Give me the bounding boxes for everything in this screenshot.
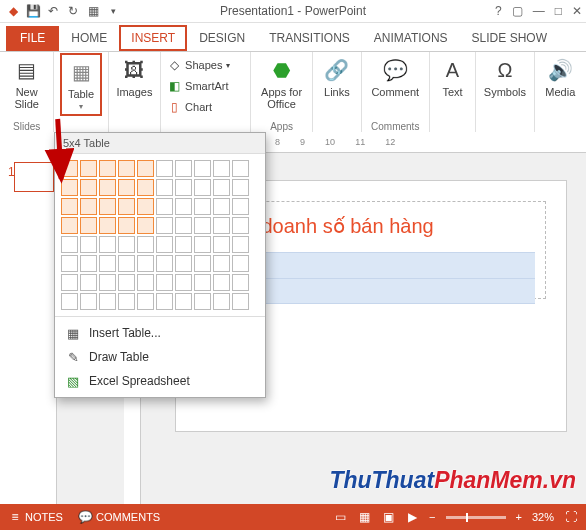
redo-icon[interactable]: ↻ [66, 4, 80, 18]
shapes-button[interactable]: ◇Shapes▾ [167, 58, 230, 72]
grid-cell[interactable] [99, 217, 116, 234]
grid-cell[interactable] [137, 160, 154, 177]
chart-button[interactable]: ▯Chart [167, 100, 230, 114]
grid-cell[interactable] [156, 217, 173, 234]
draw-table-item[interactable]: ✎ Draw Table [55, 345, 265, 369]
grid-cell[interactable] [118, 217, 135, 234]
grid-cell[interactable] [137, 255, 154, 272]
grid-cell[interactable] [118, 179, 135, 196]
grid-cell[interactable] [61, 293, 78, 310]
grid-cell[interactable] [99, 293, 116, 310]
grid-cell[interactable] [232, 255, 249, 272]
new-slide-button[interactable]: ▤ New Slide [6, 56, 47, 110]
symbols-button[interactable]: Ω Symbols [484, 56, 526, 98]
fit-to-window-icon[interactable]: ⛶ [564, 510, 578, 524]
undo-icon[interactable]: ↶ [46, 4, 60, 18]
grid-cell[interactable] [118, 236, 135, 253]
smartart-button[interactable]: ◧SmartArt [167, 79, 230, 93]
grid-cell[interactable] [137, 293, 154, 310]
grid-cell[interactable] [213, 160, 230, 177]
grid-cell[interactable] [99, 274, 116, 291]
grid-cell[interactable] [156, 198, 173, 215]
grid-cell[interactable] [137, 198, 154, 215]
grid-cell[interactable] [99, 160, 116, 177]
grid-cell[interactable] [80, 274, 97, 291]
grid-cell[interactable] [61, 274, 78, 291]
qat-customize-icon[interactable]: ▾ [106, 4, 120, 18]
tab-insert[interactable]: INSERT [119, 25, 187, 51]
comment-button[interactable]: 💬 Comment [371, 56, 419, 98]
grid-cell[interactable] [156, 160, 173, 177]
grid-cell[interactable] [118, 293, 135, 310]
text-button[interactable]: A Text [439, 56, 467, 98]
grid-cell[interactable] [232, 293, 249, 310]
grid-cell[interactable] [194, 198, 211, 215]
grid-cell[interactable] [137, 274, 154, 291]
grid-cell[interactable] [118, 274, 135, 291]
view-sorter-icon[interactable]: ▦ [357, 510, 371, 524]
images-button[interactable]: 🖼 Images [116, 56, 152, 98]
grid-cell[interactable] [61, 217, 78, 234]
zoom-in-button[interactable]: + [516, 511, 522, 523]
grid-cell[interactable] [175, 236, 192, 253]
tab-file[interactable]: FILE [6, 26, 59, 51]
grid-cell[interactable] [80, 217, 97, 234]
save-icon[interactable]: 💾 [26, 4, 40, 18]
view-normal-icon[interactable]: ▭ [333, 510, 347, 524]
grid-cell[interactable] [61, 198, 78, 215]
grid-cell[interactable] [213, 293, 230, 310]
grid-cell[interactable] [213, 198, 230, 215]
grid-cell[interactable] [61, 255, 78, 272]
grid-cell[interactable] [175, 217, 192, 234]
grid-cell[interactable] [61, 236, 78, 253]
grid-cell[interactable] [137, 217, 154, 234]
grid-cell[interactable] [118, 255, 135, 272]
grid-cell[interactable] [175, 160, 192, 177]
grid-cell[interactable] [156, 274, 173, 291]
minimize-icon[interactable]: — [533, 4, 545, 18]
grid-cell[interactable] [213, 274, 230, 291]
grid-cell[interactable] [80, 255, 97, 272]
grid-cell[interactable] [232, 236, 249, 253]
links-button[interactable]: 🔗 Links [323, 56, 351, 98]
zoom-slider[interactable] [446, 516, 506, 519]
table-size-grid[interactable] [55, 154, 265, 316]
start-slideshow-icon[interactable]: ▦ [86, 4, 100, 18]
grid-cell[interactable] [175, 293, 192, 310]
grid-cell[interactable] [80, 236, 97, 253]
tab-design[interactable]: DESIGN [187, 25, 257, 51]
zoom-out-button[interactable]: − [429, 511, 435, 523]
grid-cell[interactable] [137, 179, 154, 196]
grid-cell[interactable] [99, 236, 116, 253]
grid-cell[interactable] [194, 255, 211, 272]
apps-button[interactable]: ⬣ Apps for Office [257, 56, 306, 110]
ribbon-display-icon[interactable]: ▢ [512, 4, 523, 18]
tab-animations[interactable]: ANIMATIONS [362, 25, 460, 51]
tab-slideshow[interactable]: SLIDE SHOW [460, 25, 559, 51]
grid-cell[interactable] [213, 236, 230, 253]
help-icon[interactable]: ? [495, 4, 502, 18]
grid-cell[interactable] [99, 198, 116, 215]
grid-cell[interactable] [99, 255, 116, 272]
grid-cell[interactable] [156, 179, 173, 196]
view-reading-icon[interactable]: ▣ [381, 510, 395, 524]
grid-cell[interactable] [156, 293, 173, 310]
grid-cell[interactable] [175, 179, 192, 196]
notes-button[interactable]: ≡ NOTES [8, 510, 63, 524]
excel-spreadsheet-item[interactable]: ▧ Excel Spreadsheet [55, 369, 265, 393]
grid-cell[interactable] [194, 179, 211, 196]
grid-cell[interactable] [175, 255, 192, 272]
grid-cell[interactable] [99, 179, 116, 196]
grid-cell[interactable] [194, 160, 211, 177]
grid-cell[interactable] [232, 160, 249, 177]
grid-cell[interactable] [194, 236, 211, 253]
comments-button[interactable]: 💬 COMMENTS [79, 510, 160, 524]
grid-cell[interactable] [213, 255, 230, 272]
grid-cell[interactable] [175, 274, 192, 291]
grid-cell[interactable] [232, 274, 249, 291]
insert-table-item[interactable]: ▦ Insert Table... [55, 321, 265, 345]
grid-cell[interactable] [118, 160, 135, 177]
grid-cell[interactable] [232, 179, 249, 196]
grid-cell[interactable] [137, 236, 154, 253]
grid-cell[interactable] [194, 293, 211, 310]
